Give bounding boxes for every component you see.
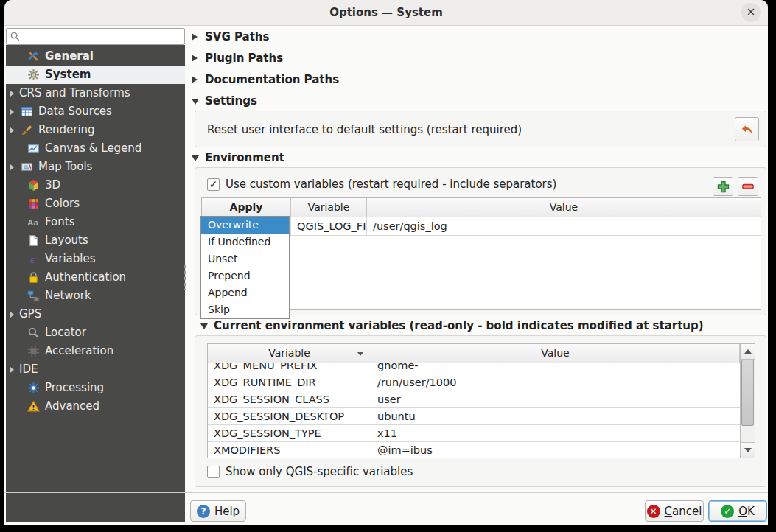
close-button[interactable]: × — [741, 3, 761, 22]
vertical-scrollbar[interactable] — [740, 344, 755, 458]
table-row[interactable]: XDG_MENU_PREFIX gnome- — [208, 363, 740, 374]
current-env-table: Variable Value XDG_MENU_PREFIX gnome- XD… — [207, 343, 755, 458]
sidebar-item-label: Fonts — [45, 213, 74, 231]
sidebar-item-system[interactable]: System — [6, 66, 185, 84]
close-icon: × — [747, 5, 756, 18]
cancel-button[interactable]: ✕ Cancel — [645, 500, 704, 522]
colors-icon — [27, 197, 40, 210]
sidebar-item-layouts[interactable]: Layouts — [6, 231, 185, 250]
sidebar-item-network[interactable]: Network — [6, 287, 185, 305]
add-variable-button[interactable] — [713, 177, 733, 196]
map-tools-icon — [21, 161, 33, 173]
dropdown-option-if-undefined[interactable]: If Undefined — [201, 234, 289, 251]
dropdown-option-unset[interactable]: Unset — [201, 251, 289, 267]
sidebar-item-processing[interactable]: Processing — [6, 379, 185, 397]
table-row[interactable]: XDG_SESSION_DESKTOP ubuntu — [208, 408, 740, 425]
ok-button[interactable]: ✓ OK — [708, 500, 767, 522]
sidebar-search[interactable] — [6, 28, 185, 45]
sidebar-item-gps[interactable]: GPS — [6, 305, 185, 323]
scroll-up-button[interactable] — [741, 344, 755, 360]
expand-arrow-icon[interactable] — [10, 91, 14, 97]
sidebar-item-label: Variables — [45, 250, 96, 268]
table-row[interactable]: XDG_SESSION_TYPE x11 — [208, 425, 740, 442]
reset-ui-button[interactable] — [735, 117, 759, 141]
sidebar-item-label: Advanced — [45, 397, 99, 416]
sidebar-item-data-sources[interactable]: Data Sources — [6, 102, 185, 121]
rendering-icon — [21, 124, 33, 136]
plus-icon — [717, 181, 730, 193]
sidebar-item-3d[interactable]: 3D — [6, 176, 185, 195]
variable-cell[interactable]: QGIS_LOG_FILE — [291, 217, 367, 235]
sidebar-item-fonts[interactable]: Aa Fonts — [6, 213, 185, 231]
use-custom-variables-label: Use custom variables (restart required -… — [226, 178, 556, 191]
sidebar-item-canvas-legend[interactable]: Canvas & Legend — [6, 139, 185, 158]
splitter-handle[interactable] — [183, 264, 186, 290]
titlebar[interactable]: Options — System × — [4, 0, 768, 26]
scrollbar-thumb[interactable] — [741, 360, 754, 426]
search-input[interactable] — [21, 29, 181, 44]
expand-arrow-icon[interactable] — [10, 127, 14, 133]
sidebar-item-colors[interactable]: Colors — [6, 195, 185, 213]
general-icon — [27, 50, 40, 63]
column-header-variable[interactable]: Variable — [291, 198, 367, 217]
sidebar-item-label: Colors — [45, 195, 80, 213]
remove-variable-button[interactable] — [738, 177, 758, 196]
help-button-label: Help — [214, 505, 240, 518]
section-current-env[interactable]: Current environment variables (read-only… — [200, 319, 704, 332]
table-row[interactable]: XDG_SESSION_CLASS user — [208, 391, 740, 408]
reset-ui-label: Reset user interface to default settings… — [207, 111, 522, 148]
sidebar-item-ide[interactable]: IDE — [6, 360, 185, 379]
column-header-value[interactable]: Value — [367, 198, 761, 217]
footer-separator — [4, 492, 768, 493]
sidebar-item-label: IDE — [19, 360, 38, 379]
sidebar-item-acceleration[interactable]: Acceleration — [6, 342, 185, 360]
sidebar-item-label: Authentication — [45, 268, 126, 287]
show-only-qgis-checkbox[interactable]: ✓ — [207, 466, 220, 478]
locator-magnifier-icon — [27, 326, 40, 339]
network-icon — [27, 290, 40, 302]
sidebar-item-advanced[interactable]: Advanced — [6, 397, 185, 416]
section-environment[interactable]: Environment — [192, 151, 284, 164]
sidebar-item-general[interactable]: General — [6, 47, 185, 66]
section-svg-paths[interactable]: SVG Paths — [192, 30, 269, 43]
use-custom-variables-checkbox[interactable]: ✓ — [207, 178, 220, 191]
column-header-variable[interactable]: Variable — [208, 344, 371, 363]
settings-frame: Reset user interface to default settings… — [195, 111, 766, 147]
custom-variables-header: Apply Variable Value — [202, 198, 761, 217]
down-arrow-icon — [744, 448, 752, 452]
value-cell[interactable]: /user/qgis_log — [367, 217, 761, 235]
layouts-icon — [27, 234, 40, 247]
sidebar-item-label: Rendering — [38, 121, 95, 139]
column-header-value[interactable]: Value — [371, 344, 740, 363]
section-settings[interactable]: Settings — [192, 94, 257, 108]
sidebar-item-authentication[interactable]: Authentication — [6, 268, 185, 287]
sidebar-item-label: Network — [45, 287, 91, 305]
section-plugin-paths[interactable]: Plugin Paths — [192, 52, 283, 65]
help-button[interactable]: ? Help — [190, 500, 246, 522]
sidebar-item-locator[interactable]: Locator — [6, 323, 185, 342]
system-icon — [27, 69, 40, 81]
sidebar-item-label: CRS and Transforms — [19, 84, 130, 102]
dropdown-option-overwrite[interactable]: Overwrite — [201, 217, 289, 234]
scroll-down-button[interactable] — [741, 442, 755, 458]
table-row[interactable]: XMODIFIERS @im=ibus — [208, 442, 740, 458]
up-arrow-icon — [744, 349, 752, 354]
expand-arrow-icon[interactable] — [10, 164, 14, 170]
dropdown-option-append[interactable]: Append — [201, 284, 289, 301]
sidebar-item-rendering[interactable]: Rendering — [6, 121, 185, 139]
section-documentation-paths[interactable]: Documentation Paths — [192, 73, 339, 86]
sidebar-item-map-tools[interactable]: Map Tools — [6, 158, 185, 176]
table-row[interactable]: XDG_RUNTIME_DIR /run/user/1000 — [208, 374, 740, 391]
expand-arrow-icon[interactable] — [10, 367, 14, 373]
ok-button-label: OK — [738, 505, 755, 518]
sidebar-item-label: Acceleration — [45, 342, 113, 360]
sidebar-item-crs-and-transforms[interactable]: CRS and Transforms — [6, 84, 185, 102]
sidebar-item-variables[interactable]: ε Variables — [6, 250, 185, 268]
processing-gear-icon — [27, 382, 40, 394]
dropdown-option-prepend[interactable]: Prepend — [201, 267, 289, 284]
dropdown-option-skip[interactable]: Skip — [201, 301, 289, 318]
column-header-apply[interactable]: Apply — [202, 198, 291, 217]
expand-arrow-icon[interactable] — [10, 109, 14, 115]
expanded-arrow-icon — [192, 99, 199, 105]
expand-arrow-icon[interactable] — [10, 312, 14, 318]
